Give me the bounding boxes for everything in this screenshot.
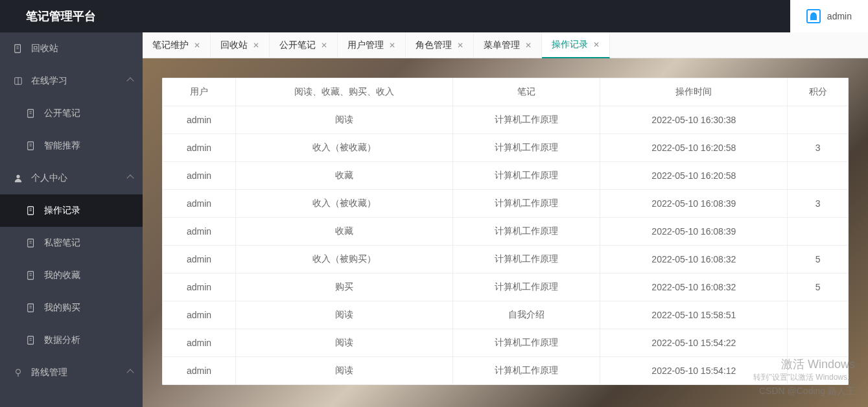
table-row[interactable]: admin收入（被收藏）计算机工作原理2022-05-10 16:08:393 xyxy=(163,190,849,218)
cell-time: 2022-05-10 15:54:12 xyxy=(600,357,788,385)
sidebar-group-10[interactable]: 路线管理 xyxy=(0,356,143,389)
close-icon[interactable]: ✕ xyxy=(194,41,200,50)
file-icon xyxy=(26,141,36,151)
sidebar-item-label: 路线管理 xyxy=(31,367,67,378)
cell-time: 2022-05-10 16:08:32 xyxy=(600,246,788,273)
sidebar-item-label: 操作记录 xyxy=(44,205,80,216)
tab-1[interactable]: 回收站✕ xyxy=(211,32,270,58)
close-icon[interactable]: ✕ xyxy=(525,41,532,50)
main-header: 笔记管理平台 admin xyxy=(0,0,868,32)
tab-5[interactable]: 菜单管理✕ xyxy=(474,32,542,58)
cell-note: 计算机工作原理 xyxy=(452,106,600,134)
sidebar-item-label: 私密笔记 xyxy=(44,237,80,249)
file-icon xyxy=(26,335,36,345)
sidebar-item-0[interactable]: 回收站 xyxy=(0,32,143,65)
close-icon[interactable]: ✕ xyxy=(321,41,327,50)
close-icon[interactable]: ✕ xyxy=(253,41,259,50)
table-header-1: 阅读、收藏、购买、收入 xyxy=(236,78,453,106)
cell-user: admin xyxy=(163,301,236,329)
sidebar: 回收站在线学习公开笔记智能推荐个人中心操作记录私密笔记我的收藏我的购买数据分析路… xyxy=(0,32,143,407)
close-icon[interactable]: ✕ xyxy=(457,41,463,50)
sidebar-item-label: 个人中心 xyxy=(31,172,67,184)
file-icon xyxy=(26,205,36,216)
sidebar-item-8[interactable]: 我的购买 xyxy=(0,292,143,324)
tab-2[interactable]: 公开笔记✕ xyxy=(270,32,338,58)
tab-0[interactable]: 笔记维护✕ xyxy=(143,32,211,58)
cell-points: 3 xyxy=(788,190,849,218)
tab-3[interactable]: 用户管理✕ xyxy=(338,32,406,58)
cell-action: 收入（被收藏） xyxy=(236,134,453,162)
cell-points xyxy=(788,106,849,134)
cell-action: 阅读 xyxy=(236,329,453,357)
records-table: 用户阅读、收藏、购买、收入笔记操作时间积分 admin阅读计算机工作原理2022… xyxy=(162,78,849,385)
sidebar-item-6[interactable]: 私密笔记 xyxy=(0,227,143,259)
tab-6[interactable]: 操作记录✕ xyxy=(542,32,610,58)
sidebar-item-label: 回收站 xyxy=(31,43,58,54)
user-icon xyxy=(13,173,23,183)
table-row[interactable]: admin收入（被购买）计算机工作原理2022-05-10 16:08:325 xyxy=(163,246,849,273)
file-icon xyxy=(26,303,36,313)
cell-note: 计算机工作原理 xyxy=(452,162,600,190)
cell-action: 收入（被购买） xyxy=(236,246,453,273)
sidebar-item-label: 我的购买 xyxy=(44,302,80,314)
file-icon xyxy=(26,270,36,281)
cell-time: 2022-05-10 16:08:32 xyxy=(600,273,788,301)
cell-points xyxy=(788,357,849,385)
table-panel: 用户阅读、收藏、购买、收入笔记操作时间积分 admin阅读计算机工作原理2022… xyxy=(162,78,849,385)
file-icon xyxy=(13,43,23,54)
table-header-3: 操作时间 xyxy=(600,78,788,106)
table-row[interactable]: admin收藏计算机工作原理2022-05-10 16:20:58 xyxy=(163,162,849,190)
table-row[interactable]: admin阅读计算机工作原理2022-05-10 15:54:22 xyxy=(163,329,849,357)
sidebar-item-3[interactable]: 智能推荐 xyxy=(0,130,143,162)
sidebar-item-label: 数据分析 xyxy=(44,334,80,346)
table-row[interactable]: admin阅读计算机工作原理2022-05-10 15:54:12 xyxy=(163,357,849,385)
chevron-icon xyxy=(126,174,134,181)
sidebar-item-7[interactable]: 我的收藏 xyxy=(0,259,143,292)
tab-label: 公开笔记 xyxy=(279,40,316,51)
table-row[interactable]: admin购买计算机工作原理2022-05-10 16:08:325 xyxy=(163,273,849,301)
pin-icon xyxy=(13,367,23,378)
cell-time: 2022-05-10 16:30:38 xyxy=(600,106,788,134)
cell-action: 购买 xyxy=(236,273,453,301)
cell-action: 阅读 xyxy=(236,301,453,329)
cell-time: 2022-05-10 15:54:22 xyxy=(600,329,788,357)
chevron-icon xyxy=(126,77,134,84)
cell-user: admin xyxy=(163,357,236,385)
cell-user: admin xyxy=(163,106,236,134)
tab-label: 菜单管理 xyxy=(484,40,520,51)
table-row[interactable]: admin收入（被收藏）计算机工作原理2022-05-10 16:20:583 xyxy=(163,134,849,162)
cell-action: 收藏 xyxy=(236,218,453,246)
cell-note: 计算机工作原理 xyxy=(452,134,600,162)
sidebar-item-label: 智能推荐 xyxy=(44,140,80,152)
logo-area: 笔记管理平台 xyxy=(0,8,143,24)
cell-note: 计算机工作原理 xyxy=(452,246,600,273)
tab-4[interactable]: 角色管理✕ xyxy=(406,32,474,58)
sidebar-item-2[interactable]: 公开笔记 xyxy=(0,97,143,130)
sidebar-group-4[interactable]: 个人中心 xyxy=(0,162,143,194)
table-header-2: 笔记 xyxy=(452,78,600,106)
cell-time: 2022-05-10 16:08:39 xyxy=(600,218,788,246)
cell-note: 计算机工作原理 xyxy=(452,357,600,385)
cell-user: admin xyxy=(163,218,236,246)
sidebar-item-5[interactable]: 操作记录 xyxy=(0,194,143,227)
close-icon[interactable]: ✕ xyxy=(389,41,395,50)
cell-action: 阅读 xyxy=(236,357,453,385)
tab-label: 回收站 xyxy=(220,40,248,51)
sidebar-item-9[interactable]: 数据分析 xyxy=(0,324,143,356)
username-label: admin xyxy=(827,11,852,21)
table-row[interactable]: admin阅读计算机工作原理2022-05-10 16:30:38 xyxy=(163,106,849,134)
close-icon[interactable]: ✕ xyxy=(593,40,600,49)
cell-points: 3 xyxy=(788,134,849,162)
watermark-line3: CSDN @Coding 路人王 xyxy=(753,386,855,397)
cell-note: 计算机工作原理 xyxy=(452,273,600,301)
cell-points xyxy=(788,218,849,246)
cell-user: admin xyxy=(163,273,236,301)
sidebar-group-1[interactable]: 在线学习 xyxy=(0,65,143,97)
table-row[interactable]: admin收藏计算机工作原理2022-05-10 16:08:39 xyxy=(163,218,849,246)
cell-points: 5 xyxy=(788,273,849,301)
table-row[interactable]: admin阅读自我介绍2022-05-10 15:58:51 xyxy=(163,301,849,329)
cell-user: admin xyxy=(163,162,236,190)
user-menu[interactable]: admin xyxy=(790,0,868,32)
cell-user: admin xyxy=(163,190,236,218)
sidebar-item-label: 在线学习 xyxy=(31,75,67,87)
